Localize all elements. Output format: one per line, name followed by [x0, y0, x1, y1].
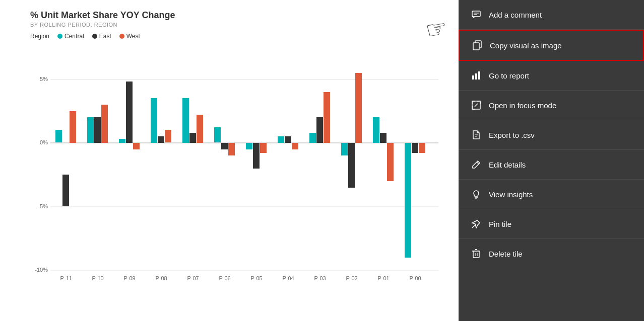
svg-line-65 — [475, 104, 478, 107]
menu-item-edit-details[interactable]: Edit details — [459, 150, 644, 180]
pencil-icon — [471, 159, 482, 170]
svg-rect-9 — [62, 175, 69, 206]
svg-rect-14 — [119, 139, 125, 143]
legend-east: East — [92, 33, 111, 40]
svg-text:P-02: P-02 — [346, 275, 357, 281]
svg-text:P-08: P-08 — [155, 275, 167, 281]
menu-label-go-to-report: Go to report — [489, 71, 529, 80]
menu-label-view-insights: View insights — [489, 190, 533, 199]
svg-rect-21 — [189, 133, 196, 143]
legend-label-central: Central — [65, 33, 84, 40]
legend-region-label: Region — [30, 33, 49, 40]
svg-text:P-06: P-06 — [219, 275, 230, 281]
svg-rect-60 — [473, 43, 479, 50]
menu-item-copy-visual[interactable]: Copy visual as image — [459, 30, 644, 61]
legend-west: West — [119, 33, 140, 40]
svg-rect-19 — [165, 130, 171, 142]
svg-rect-34 — [324, 92, 330, 143]
file-icon — [471, 129, 482, 140]
comment-icon — [471, 9, 482, 20]
svg-rect-72 — [473, 251, 479, 258]
svg-text:P-07: P-07 — [187, 275, 199, 281]
svg-rect-63 — [478, 71, 480, 79]
svg-rect-13 — [101, 105, 108, 143]
chart-area: % Unit Market Share YOY Change BY ROLLIN… — [0, 0, 459, 321]
svg-rect-61 — [472, 75, 474, 79]
svg-rect-25 — [228, 143, 235, 155]
bar-chart-svg: 5% 0% -5% -10% — [30, 44, 443, 290]
menu-label-pin-tile: Pin tile — [489, 220, 511, 228]
svg-text:P-05: P-05 — [250, 275, 262, 281]
menu-label-focus-mode: Open in focus mode — [489, 101, 556, 110]
svg-text:P-10: P-10 — [92, 275, 103, 281]
svg-rect-16 — [133, 143, 140, 149]
expand-icon — [471, 100, 482, 111]
svg-rect-15 — [126, 82, 133, 143]
context-menu: Add a comment Copy visual as image Go to… — [459, 0, 644, 321]
svg-rect-28 — [260, 143, 267, 153]
lightbulb-icon — [471, 189, 482, 200]
menu-label-delete-tile: Delete tile — [489, 250, 523, 258]
legend-label-west: West — [126, 33, 140, 40]
svg-rect-39 — [380, 133, 387, 143]
svg-rect-20 — [182, 98, 189, 143]
chart-subtitle: BY ROLLING PERIOD, REGION — [30, 22, 448, 28]
chart-icon — [471, 70, 482, 81]
svg-rect-35 — [341, 143, 348, 155]
menu-item-export-csv[interactable]: Export to .csv — [459, 120, 644, 150]
svg-rect-36 — [348, 143, 355, 188]
menu-label-copy-visual: Copy visual as image — [490, 41, 562, 50]
svg-rect-37 — [355, 73, 362, 143]
copy-icon — [472, 40, 483, 51]
svg-rect-8 — [55, 130, 62, 142]
svg-rect-38 — [373, 117, 379, 143]
svg-line-68 — [477, 162, 479, 164]
svg-text:0%: 0% — [40, 139, 48, 145]
svg-rect-62 — [475, 73, 477, 79]
svg-rect-17 — [151, 98, 157, 143]
svg-rect-41 — [405, 143, 411, 258]
svg-rect-12 — [94, 117, 101, 143]
svg-rect-43 — [419, 143, 425, 153]
svg-rect-31 — [292, 143, 298, 149]
pin-icon — [471, 218, 482, 229]
legend-dot-west — [119, 34, 124, 39]
menu-item-view-insights[interactable]: View insights — [459, 180, 644, 209]
legend-label-east: East — [99, 33, 111, 40]
menu-item-focus-mode[interactable]: Open in focus mode — [459, 91, 644, 120]
svg-rect-42 — [412, 143, 418, 153]
menu-item-add-comment[interactable]: Add a comment — [459, 0, 644, 30]
svg-text:-5%: -5% — [38, 203, 48, 209]
chart-legend: Region Central East West — [30, 33, 448, 40]
chart-title: % Unit Market Share YOY Change — [30, 10, 448, 21]
svg-text:P-00: P-00 — [409, 275, 421, 281]
svg-text:5%: 5% — [40, 76, 48, 82]
svg-rect-56 — [472, 11, 480, 17]
svg-rect-30 — [285, 136, 291, 143]
svg-line-71 — [472, 225, 475, 228]
menu-item-pin-tile[interactable]: Pin tile — [459, 209, 644, 239]
trash-icon — [471, 248, 482, 259]
legend-dot-east — [92, 34, 97, 39]
svg-rect-26 — [246, 143, 252, 149]
svg-rect-18 — [158, 136, 164, 143]
svg-text:P-03: P-03 — [314, 275, 326, 281]
svg-text:P-04: P-04 — [282, 275, 294, 281]
menu-item-go-to-report[interactable]: Go to report — [459, 61, 644, 91]
svg-rect-24 — [221, 143, 228, 149]
svg-rect-32 — [309, 133, 316, 143]
menu-label-export-csv: Export to .csv — [489, 131, 535, 139]
svg-rect-29 — [278, 136, 284, 143]
svg-text:-10%: -10% — [35, 267, 48, 273]
svg-rect-11 — [87, 117, 94, 143]
svg-text:P-09: P-09 — [123, 275, 135, 281]
menu-item-delete-tile[interactable]: Delete tile — [459, 239, 644, 268]
svg-rect-22 — [197, 115, 203, 143]
svg-text:P-01: P-01 — [377, 275, 389, 281]
menu-label-edit-details: Edit details — [489, 160, 526, 169]
svg-rect-33 — [316, 117, 323, 143]
svg-rect-23 — [214, 127, 221, 142]
legend-dot-central — [57, 34, 62, 39]
svg-rect-40 — [387, 143, 394, 181]
svg-rect-10 — [70, 111, 76, 143]
